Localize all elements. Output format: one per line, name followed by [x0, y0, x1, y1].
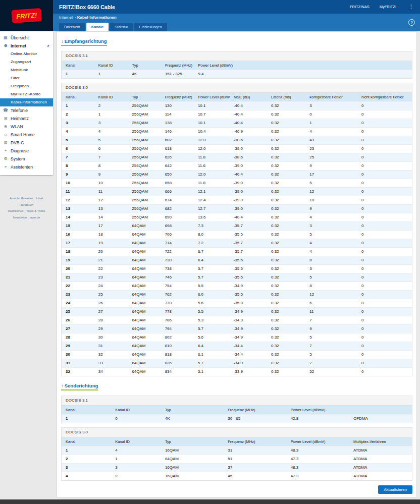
table-cell: 0: [357, 171, 412, 179]
up-arrow-icon: ↑: [61, 383, 64, 388]
tab-statistik[interactable]: Statistik: [110, 23, 133, 31]
table-cell: 17: [62, 239, 94, 248]
table-cell: 5.1: [194, 368, 230, 376]
table-cell: 6: [62, 145, 94, 153]
table-cell: 16QAM: [161, 446, 224, 455]
table-cell: 26: [62, 316, 94, 325]
table-cell: 0.32: [267, 282, 305, 291]
table-cell: 3: [62, 464, 112, 472]
footer-link-inhalt[interactable]: Inhalt: [36, 197, 43, 200]
breadcrumb-section[interactable]: Internet: [59, 15, 73, 20]
table-cell: -34.9: [230, 282, 267, 291]
table-row: 1414256QAM69013.6-40.40.3240: [62, 213, 412, 222]
sidebar-item-heimnetz[interactable]: ⊞ Heimnetz: [0, 115, 53, 123]
table-cell: 64QAM: [128, 299, 161, 308]
globe-icon: ⊕: [3, 44, 8, 48]
table-cell: 23: [62, 291, 94, 299]
table-cell: 0.32: [267, 325, 305, 333]
table-cell: 1: [94, 70, 128, 79]
upload-section-title: ↑Senderichtung: [61, 383, 98, 390]
table-cell: -35.7: [230, 248, 267, 256]
wifi-icon: ≋: [3, 125, 8, 129]
table-cell: 7.3: [194, 222, 230, 231]
sidebar-item-telefonie[interactable]: ☎ Telefonie: [0, 106, 53, 115]
footer-link-rechtliches[interactable]: Rechtliches: [8, 209, 23, 212]
refresh-button[interactable]: Aktualisieren: [378, 485, 412, 494]
table-cell: 25: [305, 153, 357, 162]
table-cell: 12.1: [194, 188, 230, 196]
chevron-up-icon[interactable]: ∧: [47, 44, 49, 48]
footer-link-handbuch[interactable]: Handbuch: [20, 203, 33, 206]
footer-link-tipps-tricks[interactable]: Tipps & Tricks: [26, 209, 45, 212]
table-cell: 114: [161, 110, 194, 119]
table-cell: 0.32: [267, 351, 305, 359]
table-row: 192164QAM7306.4-35.50.3280: [62, 256, 412, 265]
table-cell: 10: [94, 179, 128, 188]
sidebar-item-internet[interactable]: ⊕ Internet ∧: [0, 42, 53, 50]
table-cell: 698: [161, 222, 194, 231]
column-header: Frequenz (MHz): [224, 406, 286, 415]
column-header: Frequenz (MHz): [224, 437, 286, 446]
table-cell: 0: [357, 205, 412, 213]
table-cell: -35.0: [230, 299, 267, 308]
column-header: Power Level (dBmV): [287, 437, 349, 446]
table-cell: 12.7: [194, 205, 230, 213]
sidebar-item-diagnose[interactable]: + Diagnose: [0, 147, 53, 155]
tab-kanaele[interactable]: Kanäle: [86, 23, 109, 31]
table-cell: 24: [62, 299, 94, 308]
sidebar-item-dvb-c[interactable]: ⊡ DVB-C: [0, 139, 53, 147]
sidebar-subitem-freigaben[interactable]: Freigaben: [0, 82, 53, 90]
fritznas-link[interactable]: FRITZ!NAS: [350, 5, 370, 9]
tab-uebersicht[interactable]: Übersicht: [59, 23, 85, 31]
column-header: Kanal: [62, 93, 94, 102]
table-cell: 0.32: [267, 171, 305, 179]
table-cell: 64QAM: [128, 342, 161, 351]
table-cell: 5.5: [194, 308, 230, 316]
sidebar-item-smart-home[interactable]: ⌂ Smart Home: [0, 131, 53, 139]
sidebar-item-system[interactable]: ⚙ System: [0, 155, 53, 163]
table-cell: 25: [62, 308, 94, 316]
table-cell: 4: [62, 472, 112, 481]
sidebar-item-label: Assistenten: [11, 165, 33, 169]
table-cell: 19: [94, 239, 128, 248]
table-cell: 3: [94, 119, 128, 128]
tab-einstellungen[interactable]: Einstellungen: [134, 23, 167, 31]
table-header-row: KanalKanal IDTypFrequenz (MHz)Power Leve…: [62, 437, 412, 446]
table-cell: 12: [62, 196, 94, 205]
table-cell: 0.32: [267, 308, 305, 316]
table-cell: 11: [62, 188, 94, 196]
table-cell: 21: [62, 273, 94, 282]
sidebar-subitem-myfritz-konto[interactable]: MyFRITZ!-Konto: [0, 90, 53, 98]
sidebar-item-uebersicht[interactable]: ▦ Übersicht: [0, 34, 53, 42]
sidebar-subitem-online-monitor[interactable]: Online-Monitor: [0, 50, 53, 58]
sidebar-column: ▦ Übersicht ⊕ Internet ∧ Online-Monitor …: [0, 31, 53, 220]
sidebar-subitem-kabel-informationen[interactable]: Kabel-Informationen: [0, 98, 53, 106]
table-cell: 28: [62, 333, 94, 342]
footer-link-newsletter[interactable]: Newsletter: [13, 216, 27, 219]
sidebar-item-wlan[interactable]: ≋ WLAN: [0, 123, 53, 131]
table-cell: 64QAM: [128, 248, 161, 256]
footer-link-avm-de[interactable]: avm.de: [30, 216, 40, 219]
table-cell: 64QAM: [128, 265, 161, 273]
table-cell: 738: [161, 265, 194, 273]
fritz-logo[interactable]: FRITZ!: [0, 0, 53, 31]
footer-line: Newsletter avm.de: [3, 214, 50, 221]
myfritz-link[interactable]: MyFRITZ!: [380, 5, 396, 9]
footer-link-ansicht-erweitert[interactable]: Ansicht: Erweitert: [10, 197, 33, 200]
sidebar-subitem-zugangsart[interactable]: Zugangsart: [0, 58, 53, 66]
table-cell: 626: [161, 153, 194, 162]
titlebar-links: FRITZ!NAS MyFRITZ! ⋮: [350, 4, 414, 10]
sidebar-item-assistenten[interactable]: » Assistenten: [0, 163, 53, 171]
table-cell: 0.32: [267, 342, 305, 351]
table-cell: 31: [94, 342, 128, 351]
table-cell: 256QAM: [128, 188, 161, 196]
column-header: Power Level (dBmV): [287, 406, 349, 415]
table-row: 21256QAM11410.7-40.40.3200: [62, 110, 412, 119]
table-cell: -35.7: [230, 239, 267, 248]
sidebar-subitem-filter[interactable]: Filter: [0, 74, 53, 82]
column-header: korrigierbare Fehler: [305, 93, 357, 102]
sidebar-subitem-mobilfunk[interactable]: Mobilfunk: [0, 66, 53, 74]
table-cell: 138: [161, 119, 194, 128]
help-icon[interactable]: ?: [408, 19, 415, 26]
menu-dots-icon[interactable]: ⋮: [408, 4, 414, 10]
